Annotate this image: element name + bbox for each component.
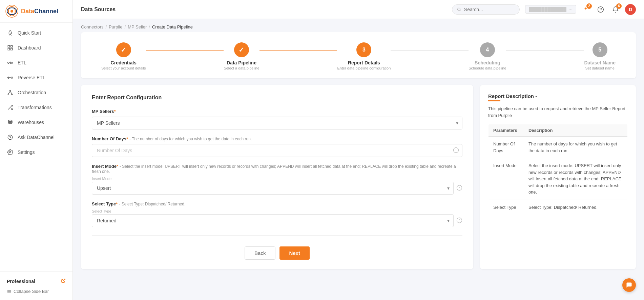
breadcrumb-mp-seller[interactable]: MP Seller bbox=[128, 24, 147, 29]
param-description: The number of days for which you wish to… bbox=[524, 137, 628, 158]
insert-mode-select[interactable]: Upsert Append Replace bbox=[92, 182, 454, 195]
mp-sellers-field: MP Sellers* MP Sellers ▾ bbox=[92, 109, 462, 129]
sidebar-item-warehouses[interactable]: Warehouses bbox=[0, 115, 72, 130]
warehouses-icon bbox=[7, 119, 14, 126]
collapse-sidebar-button[interactable]: Collapse Side Bar bbox=[5, 287, 67, 296]
step-1-sublabel: Select your account details bbox=[101, 66, 146, 70]
select-type-float-label: Select Type bbox=[92, 209, 462, 213]
form-panel: Enter Report Configuration MP Sellers* M… bbox=[81, 85, 636, 269]
next-button[interactable]: Next bbox=[279, 246, 310, 260]
breadcrumb: Connectors / Purplle / MP Seller / Creat… bbox=[73, 19, 644, 32]
sidebar-item-dashboard[interactable]: Dashboard bbox=[0, 40, 72, 55]
table-row: Number Of DaysThe number of days for whi… bbox=[489, 137, 628, 158]
sidebar-item-transformations[interactable]: Transformations bbox=[0, 100, 72, 115]
sidebar-item-label: Settings bbox=[18, 149, 35, 155]
report-description-panel: Report Description - This pipeline can b… bbox=[480, 85, 636, 269]
svg-point-8 bbox=[8, 62, 9, 64]
form-divider bbox=[92, 235, 462, 236]
step-2-circle bbox=[234, 42, 249, 57]
number-of-days-label: Number Of Days*- The number of days for … bbox=[92, 136, 462, 141]
number-of-days-input[interactable] bbox=[92, 144, 462, 157]
breadcrumb-connectors[interactable]: Connectors bbox=[81, 24, 103, 29]
page-title: Data Sources bbox=[81, 6, 116, 13]
header-right: ████████████ 2 6 D bbox=[452, 4, 636, 15]
svg-point-13 bbox=[11, 77, 13, 79]
search-box[interactable] bbox=[452, 4, 520, 15]
sidebar-bottom: Professional Collapse Side Bar bbox=[0, 271, 72, 300]
svg-rect-4 bbox=[8, 45, 9, 47]
form-left: Enter Report Configuration MP Sellers* M… bbox=[81, 85, 473, 269]
svg-point-26 bbox=[8, 135, 13, 140]
insert-mode-select-wrapper: Upsert Append Replace ▾ bbox=[92, 182, 462, 195]
param-description: Select Type: Dispatched/ Returned. bbox=[524, 200, 628, 215]
svg-line-34 bbox=[460, 10, 461, 11]
report-description-text: This pipeline can be used to request and… bbox=[488, 105, 628, 119]
sidebar-item-quick-start[interactable]: Quick Start bbox=[0, 25, 72, 40]
mp-sellers-select[interactable]: MP Sellers bbox=[92, 117, 462, 129]
mp-sellers-select-wrapper: MP Sellers ▾ bbox=[92, 117, 462, 129]
professional-row: Professional bbox=[5, 276, 67, 287]
sidebar-item-label: ETL bbox=[18, 60, 26, 65]
step-4-sublabel: Schedule data pipeline bbox=[469, 66, 506, 70]
sidebar-item-settings[interactable]: Settings bbox=[0, 145, 72, 160]
sidebar-item-label: Quick Start bbox=[18, 30, 41, 36]
sidebar-item-reverse-etl[interactable]: Reverse ETL bbox=[0, 70, 72, 85]
step-5-circle: 5 bbox=[593, 42, 607, 57]
form-section-title: Enter Report Configuration bbox=[92, 95, 462, 101]
param-description: Select the insert mode: UPSERT will inse… bbox=[524, 158, 628, 200]
number-of-days-input-wrapper bbox=[92, 144, 462, 157]
svg-point-3 bbox=[11, 10, 13, 13]
settings-icon bbox=[7, 149, 14, 156]
svg-rect-6 bbox=[8, 48, 9, 50]
collapse-label: Collapse Side Bar bbox=[14, 289, 49, 294]
param-name: Insert Mode bbox=[489, 158, 524, 200]
insert-mode-info-icon[interactable] bbox=[456, 185, 462, 192]
logo-icon bbox=[5, 5, 18, 18]
number-of-days-info-icon[interactable] bbox=[453, 147, 459, 154]
etl-icon bbox=[7, 59, 14, 66]
step-data-pipeline: Data Pipeline Select a data pipeline bbox=[224, 42, 259, 70]
chat-bubble-button[interactable] bbox=[622, 278, 636, 292]
step-3-label: Report Details bbox=[348, 60, 380, 65]
avatar[interactable]: D bbox=[625, 4, 636, 15]
external-link-icon[interactable] bbox=[61, 278, 66, 284]
sidebar: DataChannel Quick Start Dashboard bbox=[0, 0, 73, 300]
step-dataset-name: 5 Dataset Name Set dataset name bbox=[584, 42, 616, 70]
logo: DataChannel bbox=[0, 0, 72, 23]
main-content: Data Sources ████████████ 2 bbox=[73, 0, 644, 300]
user-selector[interactable]: ████████████ bbox=[525, 5, 576, 14]
help-button[interactable] bbox=[595, 4, 606, 15]
sparkle-badge: 2 bbox=[586, 3, 592, 9]
step-4-circle: 4 bbox=[480, 42, 495, 57]
sidebar-item-orchestration[interactable]: Orchestration bbox=[0, 85, 72, 100]
number-of-days-field: Number Of Days*- The number of days for … bbox=[92, 136, 462, 157]
orchestration-icon bbox=[7, 89, 14, 96]
ask-icon bbox=[7, 134, 14, 141]
connector-1-2 bbox=[146, 42, 224, 51]
sidebar-item-ask-datachannel[interactable]: Ask DataChannel bbox=[0, 130, 72, 145]
sidebar-item-label: Warehouses bbox=[18, 120, 44, 125]
step-2-sublabel: Select a data pipeline bbox=[224, 66, 259, 70]
select-type-select[interactable]: Returned Dispatched bbox=[92, 214, 454, 227]
header: Data Sources ████████████ 2 bbox=[73, 0, 644, 19]
breadcrumb-purplle[interactable]: Purplle bbox=[109, 24, 122, 29]
select-type-info-icon[interactable] bbox=[456, 217, 462, 224]
back-button[interactable]: Back bbox=[245, 246, 275, 260]
svg-rect-7 bbox=[11, 48, 13, 50]
notification-button[interactable]: 6 bbox=[610, 4, 621, 15]
table-row: Select TypeSelect Type: Dispatched/ Retu… bbox=[489, 200, 628, 215]
steps-container: Credentials Select your account details … bbox=[81, 32, 636, 78]
step-5-label: Dataset Name bbox=[584, 60, 616, 65]
sidebar-item-etl[interactable]: ETL bbox=[0, 55, 72, 70]
form-actions: Back Next bbox=[92, 244, 462, 260]
search-input[interactable] bbox=[464, 7, 515, 12]
steps-row: Credentials Select your account details … bbox=[101, 42, 616, 70]
user-selector-chevron bbox=[568, 7, 573, 12]
professional-label: Professional bbox=[7, 279, 35, 284]
svg-line-22 bbox=[10, 91, 12, 94]
logo-text: DataChannel bbox=[21, 8, 58, 15]
collapse-icon bbox=[7, 289, 12, 294]
connector-4-5 bbox=[506, 42, 584, 51]
sparkle-button[interactable]: 2 bbox=[580, 4, 591, 15]
sidebar-item-label: Transformations bbox=[18, 105, 52, 110]
